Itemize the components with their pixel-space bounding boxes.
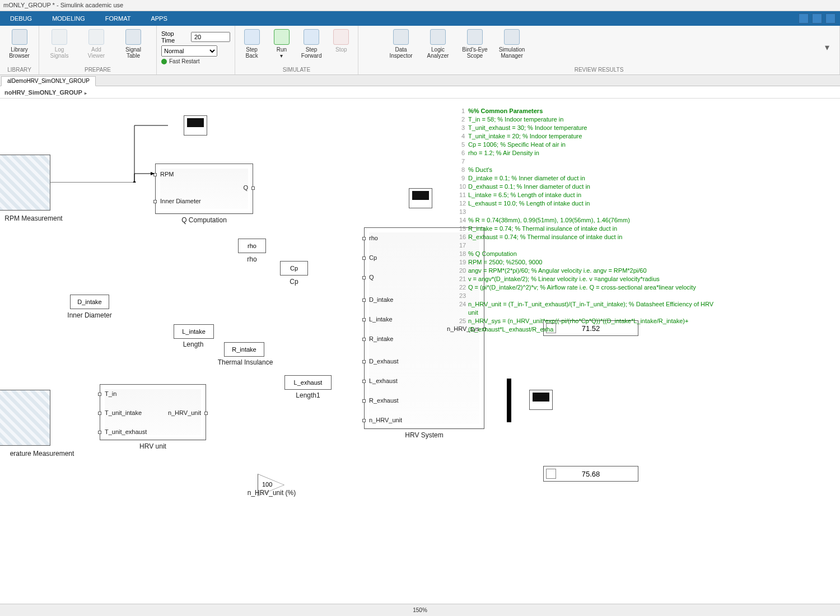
status-bar: 150% xyxy=(0,604,840,616)
document-tab[interactable]: alDemoHRV_SimONLY_GROUP xyxy=(1,76,96,86)
caption-hrv-system: HRV System xyxy=(364,431,484,439)
block-rho[interactable]: rho xyxy=(238,239,266,253)
group-label-library: LIBRARY xyxy=(4,67,34,73)
tab-debug[interactable]: DEBUG xyxy=(0,12,42,25)
stoptime-input[interactable] xyxy=(191,32,230,42)
stoptime-label: Stop Time xyxy=(161,30,188,44)
add-viewer-button: Add Viewer xyxy=(81,28,112,67)
document-tabstrip: alDemoHRV_SimONLY_GROUP xyxy=(0,75,840,86)
rpm-sensor-caption: RPM Measurement xyxy=(0,214,70,222)
display-n-hrv-unit-pct[interactable]: 75.68 xyxy=(543,466,638,482)
caption-hrv-unit: HRV unit xyxy=(100,442,206,450)
temp-sensor-caption: erature Measurement xyxy=(0,450,87,458)
caption-thermal-insulance: Thermal Insulance xyxy=(212,358,279,366)
breadcrumb[interactable]: noHRV_SimONLY_GROUP xyxy=(0,86,840,99)
library-browser-button[interactable]: LibraryBrowser xyxy=(4,28,34,67)
group-label-simulate: SIMULATE xyxy=(240,67,353,73)
menu-bar: DEBUG MODELING FORMAT APPS xyxy=(0,11,840,26)
save-icon[interactable] xyxy=(799,13,809,24)
block-l-exhaust[interactable]: L_exhaust xyxy=(284,375,332,390)
caption-gain: n_HRV_unit (%) xyxy=(235,489,308,497)
sim-mode-select[interactable]: Normal xyxy=(161,45,217,57)
signal-table-button[interactable]: Signal Table xyxy=(118,28,149,67)
block-r-intake[interactable]: R_intake xyxy=(224,342,264,357)
ribbon-expander-icon[interactable]: ▾ xyxy=(825,42,835,53)
scope-compare[interactable] xyxy=(529,390,553,410)
undo-icon[interactable] xyxy=(812,13,822,24)
step-back-button[interactable]: Step Back xyxy=(240,28,264,67)
tab-modeling[interactable]: MODELING xyxy=(42,12,95,25)
block-hrv-unit[interactable]: T_in T_unit_intake T_unit_exhaust n_HRV_… xyxy=(100,384,206,440)
group-label-prepare: PREPARE xyxy=(44,67,152,73)
birds-eye-button[interactable]: Bird's-Eye Scope xyxy=(459,28,491,67)
block-mux[interactable] xyxy=(507,379,511,422)
ribbon: LibraryBrowser LIBRARY Log Signals Add V… xyxy=(0,26,840,75)
caption-length1: Length1 xyxy=(284,391,332,399)
block-d-intake[interactable]: D_intake xyxy=(70,295,109,309)
zoom-level[interactable]: 150% xyxy=(413,607,427,613)
sim-manager-button[interactable]: Simulation Manager xyxy=(496,28,528,67)
tab-apps[interactable]: APPS xyxy=(141,12,177,25)
block-q-computation[interactable]: RPM Inner Diameter Q xyxy=(155,164,253,214)
caption-q-computation: Q Computation xyxy=(155,216,253,224)
logic-analyzer-button[interactable]: Logic Analyzer xyxy=(422,28,454,67)
temp-sensor-image[interactable] xyxy=(0,390,50,446)
run-button[interactable]: Run▾ xyxy=(269,28,293,67)
redo-icon[interactable] xyxy=(825,13,836,24)
scope-rpm[interactable] xyxy=(184,115,207,136)
group-label-review: REVIEW RESULTS xyxy=(363,67,835,73)
caption-length: Length xyxy=(168,340,218,348)
fast-restart-toggle[interactable]: Fast Restart xyxy=(161,58,230,64)
log-signals-button: Log Signals xyxy=(44,28,75,67)
step-forward-button[interactable]: Step Forward xyxy=(300,28,324,67)
caption-cp: Cp xyxy=(280,278,308,286)
scope-q[interactable] xyxy=(409,188,432,208)
caption-inner-diameter: Inner Diameter xyxy=(59,311,120,319)
tab-format[interactable]: FORMAT xyxy=(95,12,141,25)
signal-wires xyxy=(0,99,168,183)
caption-rho: rho xyxy=(238,255,266,263)
block-cp[interactable]: Cp xyxy=(280,261,308,276)
block-l-intake[interactable]: L_intake xyxy=(174,324,214,339)
window-title: mONLY_GROUP * - Simulink academic use xyxy=(0,0,840,11)
stop-button: Stop xyxy=(329,28,353,67)
data-inspector-button[interactable]: Data Inspector xyxy=(385,28,417,67)
model-canvas[interactable]: RPM Measurement erature Measurement D_in… xyxy=(0,99,840,604)
code-annotation[interactable]: 1%% Common Parameters2T_in = 58; % Indoo… xyxy=(459,107,722,334)
